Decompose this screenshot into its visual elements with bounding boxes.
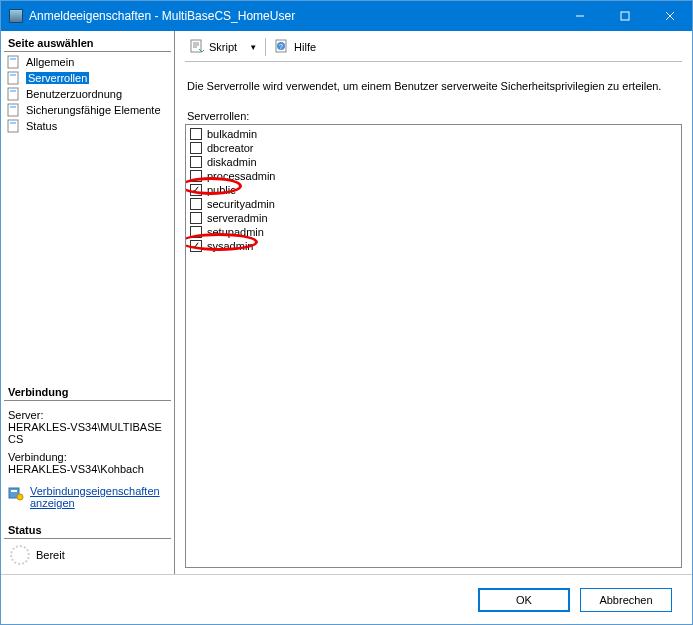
role-row-setupadmin: setupadmin [190,225,677,239]
role-row-securityadmin: securityadmin [190,197,677,211]
svg-rect-10 [8,104,18,116]
sidebar-item-label: Allgemein [26,56,74,68]
role-name: dbcreator [207,141,253,155]
role-checkbox-diskadmin[interactable] [190,156,202,168]
role-name: public [207,183,236,197]
properties-icon [8,485,24,501]
status-spinner-icon [10,545,30,565]
svg-rect-11 [10,106,16,108]
role-row-processadmin: processadmin [190,169,677,183]
script-dropdown-arrow[interactable]: ▼ [245,43,261,52]
role-checkbox-serveradmin[interactable] [190,212,202,224]
page-description: Die Serverrolle wird verwendet, um einem… [187,80,680,92]
sidebar-item-sicherungsfähige-elemente[interactable]: Sicherungsfähige Elemente [4,102,171,118]
page-icon [6,71,22,85]
server-roles-list: bulkadmindbcreatordiskadminprocessadminp… [185,124,682,568]
content: Seite auswählen AllgemeinServerrollenBen… [1,31,692,574]
role-row-bulkadmin: bulkadmin [190,127,677,141]
help-label: Hilfe [294,41,316,53]
role-checkbox-processadmin[interactable] [190,170,202,182]
svg-rect-13 [10,122,16,124]
server-label: Server: [8,409,167,421]
svg-rect-4 [8,56,18,68]
svg-rect-6 [8,72,18,84]
role-name: setupadmin [207,225,264,239]
server-value: HERAKLES-VS34\MULTIBASECS [8,421,167,445]
page-icon [6,119,22,133]
status-text: Bereit [36,549,65,561]
role-name: diskadmin [207,155,257,169]
status-row: Bereit [4,539,171,571]
page-nav-list: AllgemeinServerrollenBenutzerzuordnungSi… [4,52,171,138]
role-checkbox-setupadmin[interactable] [190,226,202,238]
conn-label: Verbindung: [8,451,167,463]
dialog-footer: OK Abbrechen [1,574,692,624]
page-icon [6,55,22,69]
connection-block: Server: HERAKLES-VS34\MULTIBASECS Verbin… [4,401,171,511]
role-name: sysadmin [207,239,253,253]
role-row-diskadmin: diskadmin [190,155,677,169]
sidebar: Seite auswählen AllgemeinServerrollenBen… [1,31,175,574]
sidebar-item-label: Sicherungsfähige Elemente [26,104,161,116]
titlebar: Anmeldeeigenschaften - MultiBaseCS_HomeU… [1,1,692,31]
page-icon [6,87,22,101]
role-row-dbcreator: dbcreator [190,141,677,155]
svg-rect-15 [11,490,17,492]
role-name: bulkadmin [207,127,257,141]
svg-rect-7 [10,74,16,76]
role-row-public: public [190,183,677,197]
roles-label: Serverrollen: [187,110,680,122]
window-controls [557,1,692,31]
script-icon [189,39,205,55]
role-checkbox-public[interactable] [190,184,202,196]
svg-rect-1 [621,12,629,20]
role-checkbox-securityadmin[interactable] [190,198,202,210]
window-title: Anmeldeeigenschaften - MultiBaseCS_HomeU… [29,9,557,23]
toolbar: Skript ▼ ? Hilfe [185,37,682,62]
sidebar-item-status[interactable]: Status [4,118,171,134]
sidebar-item-label: Benutzerzuordnung [26,88,122,100]
role-name: securityadmin [207,197,275,211]
role-checkbox-bulkadmin[interactable] [190,128,202,140]
sidebar-item-label: Status [26,120,57,132]
role-row-serveradmin: serveradmin [190,211,677,225]
role-row-sysadmin: sysadmin [190,239,677,253]
cancel-button[interactable]: Abbrechen [580,588,672,612]
app-icon [9,9,23,23]
svg-rect-8 [8,88,18,100]
conn-value: HERAKLES-VS34\Kohbach [8,463,167,475]
minimize-button[interactable] [557,1,602,31]
help-button[interactable]: ? Hilfe [270,37,320,57]
sidebar-item-label: Serverrollen [26,72,89,84]
svg-text:?: ? [279,43,283,50]
script-button[interactable]: Skript [185,37,241,57]
script-label: Skript [209,41,237,53]
svg-rect-12 [8,120,18,132]
sidebar-item-benutzerzuordnung[interactable]: Benutzerzuordnung [4,86,171,102]
ok-button[interactable]: OK [478,588,570,612]
sidebar-item-allgemein[interactable]: Allgemein [4,54,171,70]
status-header: Status [4,521,171,539]
role-name: processadmin [207,169,275,183]
close-button[interactable] [647,1,692,31]
maximize-button[interactable] [602,1,647,31]
sidebar-item-serverrollen[interactable]: Serverrollen [4,70,171,86]
role-name: serveradmin [207,211,268,225]
role-checkbox-sysadmin[interactable] [190,240,202,252]
svg-point-16 [17,494,23,500]
connection-header: Verbindung [4,383,171,401]
svg-rect-5 [10,58,16,60]
connection-properties-link[interactable]: Verbindungseigenschaften anzeigen [30,485,167,509]
page-icon [6,103,22,117]
svg-rect-9 [10,90,16,92]
select-page-header: Seite auswählen [4,34,171,52]
main-panel: Skript ▼ ? Hilfe Die Serverrolle wird ve… [175,31,692,574]
role-checkbox-dbcreator[interactable] [190,142,202,154]
help-icon: ? [274,39,290,55]
